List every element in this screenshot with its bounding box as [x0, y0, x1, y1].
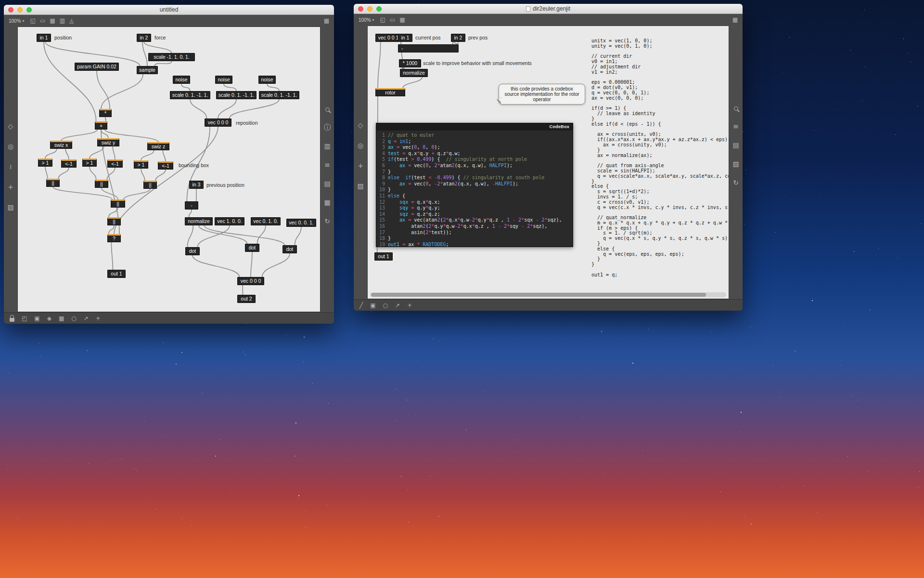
- pen-icon[interactable]: ╱: [359, 302, 363, 308]
- gen-node-rrotor[interactable]: rotor: [375, 88, 405, 96]
- object-cube-icon[interactable]: ◇: [8, 123, 13, 130]
- add-icon[interactable]: +: [407, 302, 412, 308]
- media-icon[interactable]: ▨: [357, 183, 363, 189]
- grid-view-icon[interactable]: ▦: [50, 18, 55, 24]
- camera-icon[interactable]: ▧: [732, 160, 739, 167]
- gen-node-noise1[interactable]: noise: [173, 76, 190, 84]
- gen-node-rout1[interactable]: out 1: [374, 252, 393, 261]
- gen-node-lt2[interactable]: <-1: [107, 159, 123, 168]
- circle-tool-icon[interactable]: ○: [71, 315, 76, 321]
- layers-icon[interactable]: ▣: [34, 315, 39, 321]
- info-icon[interactable]: ⓘ: [324, 124, 331, 131]
- gen-node-param[interactable]: param GAIN 0.02: [75, 63, 119, 71]
- gen-node-lt1[interactable]: <-1: [61, 159, 77, 168]
- grid-view-icon[interactable]: ▦: [399, 17, 405, 23]
- gen-node-rvec001[interactable]: vec 0 0 1: [375, 34, 401, 42]
- titlebar[interactable]: untitled: [4, 5, 334, 15]
- snap-grid-icon[interactable]: ▦: [324, 18, 329, 24]
- gen-node-sample[interactable]: sample: [137, 66, 158, 74]
- gen-node-or2[interactable]: ||: [95, 180, 108, 188]
- gen-node-sc01c[interactable]: scale 0. 1. -1. 1.: [259, 91, 299, 99]
- patcher-canvas[interactable]: in 1in 2scale -1. 1. 0. 1.param GAIN 0.0…: [17, 26, 321, 312]
- gen-node-rin2[interactable]: in 2: [451, 34, 465, 42]
- paperclip-icon[interactable]: ≀: [9, 163, 12, 170]
- patch-cord-icon[interactable]: ↗: [395, 302, 400, 308]
- minimize-button[interactable]: [17, 7, 23, 13]
- spray-icon[interactable]: ◬: [69, 18, 74, 24]
- layers-icon[interactable]: ▣: [370, 302, 375, 308]
- gen-node-vec2[interactable]: vec 0 0 0: [237, 277, 264, 285]
- gen-node-dot1[interactable]: dot: [185, 247, 200, 255]
- gen-node-or3[interactable]: ||: [143, 181, 157, 189]
- target-icon[interactable]: ◎: [358, 142, 363, 149]
- columns-icon[interactable]: ▥: [324, 143, 330, 149]
- target-icon[interactable]: ◎: [8, 143, 13, 150]
- gen-node-dot3[interactable]: dot: [282, 245, 297, 253]
- list-icon[interactable]: ≡: [324, 161, 330, 168]
- gen-node-norm[interactable]: normalize: [185, 217, 213, 225]
- zoom-level-dropdown[interactable]: 100%: [9, 18, 25, 24]
- close-button[interactable]: [8, 7, 13, 13]
- gen-node-noise2[interactable]: noise: [215, 76, 232, 84]
- objects-icon[interactable]: ◈: [47, 315, 51, 321]
- gen-node-vec_rep[interactable]: vec 0 0 0: [205, 118, 231, 127]
- gen-node-sub[interactable]: -: [185, 201, 198, 210]
- comment-bubble-icon[interactable]: ▭: [390, 17, 395, 23]
- minimize-button[interactable]: [367, 6, 372, 12]
- presentation-mode-icon[interactable]: ◱: [30, 18, 36, 24]
- lock-icon[interactable]: [10, 318, 14, 322]
- gen-node-or4[interactable]: ||: [111, 199, 125, 208]
- magnifier-icon[interactable]: [325, 107, 330, 112]
- snap-grid-icon[interactable]: ▦: [732, 17, 738, 23]
- list-icon[interactable]: ≡: [733, 123, 739, 130]
- add-object-icon[interactable]: +: [8, 184, 13, 190]
- gen-node-rin1[interactable]: in 1: [398, 34, 412, 42]
- inspector-icon[interactable]: ▤: [324, 180, 330, 187]
- patcher-canvas[interactable]: this code provides a codebox source impl…: [367, 26, 729, 299]
- codebox-code[interactable]: 1// quat to euler2q = in1;3ax = vec(0, 0…: [376, 131, 573, 250]
- gen-node-out1[interactable]: out 1: [107, 270, 126, 278]
- grid-alt-icon[interactable]: ▥: [60, 18, 65, 24]
- gen-node-lt3[interactable]: <-1: [158, 161, 173, 170]
- inspector-icon[interactable]: ▤: [732, 142, 739, 148]
- gen-node-in1[interactable]: in 1: [37, 34, 51, 42]
- gen-node-gt1[interactable]: > 1: [38, 158, 52, 167]
- gen-node-v010[interactable]: vec 0. 1. 0.: [251, 217, 281, 225]
- gen-node-gt3[interactable]: > 1: [134, 160, 148, 169]
- gen-node-rmul[interactable]: * 1000: [399, 59, 421, 67]
- gen-node-dot2[interactable]: dot: [245, 244, 259, 252]
- gen-node-sc01a[interactable]: scale 0. 1. -1. 1.: [170, 91, 210, 99]
- gen-node-swx[interactable]: swiz x: [50, 141, 72, 149]
- gen-node-or1[interactable]: ||: [46, 179, 60, 187]
- comment-bubble-icon[interactable]: ▭: [40, 18, 45, 24]
- object-cube-icon[interactable]: ◇: [358, 122, 363, 129]
- zoom-window-button[interactable]: [376, 6, 382, 12]
- media-icon[interactable]: ▨: [7, 204, 13, 210]
- codebox-object[interactable]: CodeBox 1// quat to euler2q = in1;3ax = …: [376, 123, 573, 247]
- refresh-icon[interactable]: ↻: [324, 218, 330, 224]
- close-button[interactable]: [358, 6, 363, 12]
- add-object-icon[interactable]: +: [358, 162, 363, 169]
- gen-node-v001[interactable]: vec 0. 0. 1.: [286, 219, 316, 227]
- gen-node-in2[interactable]: in 2: [137, 34, 151, 42]
- grid-panel-icon[interactable]: ▦: [324, 199, 330, 206]
- horizontal-scrollbar[interactable]: [370, 292, 726, 297]
- gen-node-swz[interactable]: swiz z: [147, 142, 169, 150]
- scrollbar-thumb[interactable]: [371, 293, 706, 297]
- titlebar[interactable]: dir2euler.genjit: [354, 4, 743, 14]
- gen-node-noise3[interactable]: noise: [258, 76, 276, 84]
- gen-node-out2[interactable]: out 2: [237, 295, 256, 303]
- gen-node-scale1[interactable]: scale -1. 1. 0. 1.: [148, 53, 195, 61]
- gen-node-or5[interactable]: ||: [107, 217, 121, 225]
- gen-node-gt2[interactable]: > 1: [82, 158, 97, 167]
- gen-node-swy[interactable]: swiz y: [97, 138, 119, 146]
- zoom-level-dropdown[interactable]: 100%: [359, 17, 374, 23]
- gen-node-rsub[interactable]: -: [398, 44, 459, 53]
- gen-node-add[interactable]: +: [95, 121, 107, 130]
- gen-node-in3[interactable]: in 3: [189, 181, 204, 189]
- circle-tool-icon[interactable]: ○: [383, 302, 388, 308]
- grid-toggle-icon[interactable]: ▦: [59, 315, 64, 321]
- presentation-mode-icon[interactable]: ◱: [380, 17, 385, 23]
- gen-node-q[interactable]: ?: [107, 234, 121, 242]
- select-region-icon[interactable]: ◰: [22, 315, 27, 321]
